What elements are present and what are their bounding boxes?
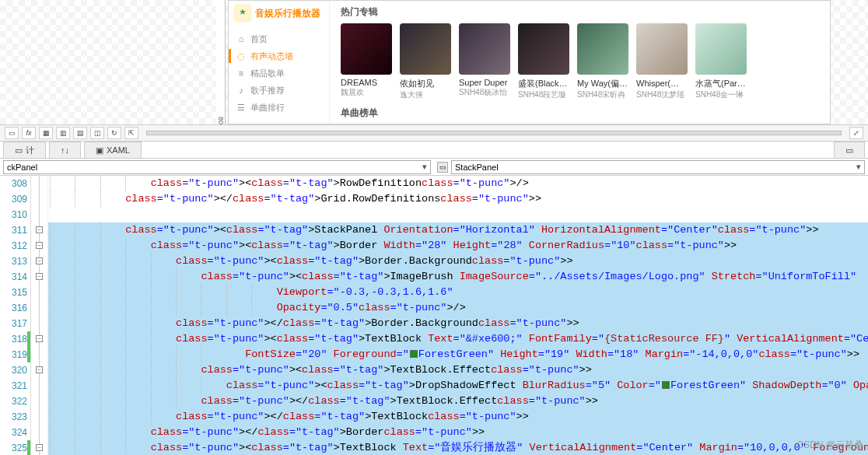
album-name: Super Duper — [459, 78, 510, 87]
code-line[interactable]: Viewport="-0.3,-0.3,1.6,1.6" — [48, 285, 868, 300]
album-card[interactable]: 盛装(Black Out) SNH48段艺璇 — [518, 23, 569, 100]
element-path-left[interactable]: ckPanel ▾ — [3, 160, 431, 174]
code-line[interactable]: class="t-punc"></class="t-tag">Border.Ba… — [48, 316, 868, 331]
line-number: 319 — [0, 347, 27, 362]
line-number-gutter: 3083093103113123133143153163173183193203… — [0, 176, 31, 455]
preview-content: 热门专辑 DREAMS 魏晨欢 依如初见 逸大侠 Super Duper SNH… — [338, 1, 830, 124]
album-artist: 逸大侠 — [400, 89, 451, 100]
menu-label: 歌手推荐 — [250, 85, 285, 96]
line-number: 312 — [0, 238, 27, 254]
sync-icon: ↑↓ — [61, 145, 69, 155]
zoom-slider[interactable] — [146, 131, 842, 135]
code-line[interactable]: class="t-punc"></class="t-tag">Grid.RowD… — [48, 191, 868, 207]
xaml-icon: ▣ — [96, 145, 103, 156]
code-line[interactable]: class="t-punc"><class="t-tag">Border Wid… — [48, 238, 868, 254]
album-cover — [459, 23, 510, 75]
code-line[interactable]: class="t-punc"></class="t-tag">TextBlock… — [48, 394, 868, 409]
tab-xaml[interactable]: ▣ XAML — [84, 142, 142, 158]
album-artist: SNH48金一琳 — [695, 89, 747, 100]
code-line[interactable]: class="t-punc"><class="t-tag">RowDefinit… — [48, 176, 868, 191]
sidebar-item[interactable]: ≡精品歌单 — [229, 65, 329, 82]
album-cover — [636, 23, 688, 75]
code-line[interactable]: class="t-punc"><class="t-tag">TextBlock … — [48, 331, 868, 347]
menu-icon: ≡ — [236, 68, 246, 78]
code-line[interactable]: class="t-punc"><class="t-tag">ImageBrush… — [48, 269, 868, 285]
code-line[interactable]: class="t-punc"><class="t-tag">DropShadow… — [48, 378, 868, 394]
tool-refresh[interactable]: ↻ — [107, 127, 121, 139]
code-line[interactable]: FontSize="20" Foreground="ForestGreen" H… — [48, 347, 868, 362]
line-number: 309 — [0, 191, 27, 207]
code-line[interactable] — [48, 207, 868, 222]
tool-pointer[interactable]: ▭ — [5, 127, 19, 139]
album-artist: SNH48杨冰怡 — [459, 87, 510, 98]
code-editor[interactable]: 3083093103113123133143153163173183193203… — [0, 176, 868, 455]
sidebar-item[interactable]: ♪歌手推荐 — [229, 82, 329, 99]
fold-toggle[interactable]: − — [36, 366, 43, 373]
tool-grid1[interactable]: ▦ — [39, 127, 53, 139]
element-type-icon[interactable]: ▭ — [437, 162, 448, 173]
album-card[interactable]: My Way(偏执) SNH48宋昕冉 — [577, 23, 628, 100]
chevron-down-icon: ▾ — [856, 162, 861, 172]
fold-toggle[interactable]: − — [36, 242, 43, 249]
code-line[interactable]: class="t-punc"><class="t-tag">TextBlock.… — [48, 362, 868, 378]
sidebar-item[interactable]: ☰单曲排行 — [229, 99, 329, 116]
code-line[interactable]: class="t-punc"><class="t-tag">StackPanel… — [48, 222, 868, 238]
code-line[interactable]: class="t-punc"></class="t-tag">TextBlock… — [48, 409, 868, 425]
album-card[interactable]: Whisper(耳语者) SNH48沈梦瑶 — [636, 23, 688, 100]
zoom-fit[interactable]: ⤢ — [849, 127, 863, 139]
album-card[interactable]: 依如初见 逸大侠 — [400, 23, 451, 100]
menu-label: 有声动态墙 — [250, 51, 293, 62]
album-cover — [400, 23, 451, 75]
fold-toggle[interactable]: − — [36, 444, 43, 451]
element-path-right-text: StackPanel — [455, 163, 499, 172]
menu-icon: ⌂ — [236, 34, 246, 44]
line-number: 324 — [0, 425, 27, 440]
tool-grid2[interactable]: ▥ — [56, 127, 70, 139]
code-content[interactable]: class="t-punc"><class="t-tag">RowDefinit… — [48, 176, 868, 455]
line-number: 322 — [0, 394, 27, 409]
tool-popout[interactable]: ⇱ — [124, 127, 138, 139]
album-card[interactable]: Super Duper SNH48杨冰怡 — [459, 23, 510, 100]
album-card[interactable]: DREAMS 魏晨欢 — [341, 23, 392, 100]
line-number: 323 — [0, 409, 27, 425]
fold-toggle[interactable]: − — [36, 257, 43, 264]
tool-bounds[interactable]: ◫ — [90, 127, 104, 139]
fold-toggle[interactable]: − — [36, 273, 43, 280]
albums-row: DREAMS 魏晨欢 依如初见 逸大侠 Super Duper SNH48杨冰怡… — [341, 23, 827, 100]
element-path-left-text: ckPanel — [7, 163, 37, 172]
designer-canvas[interactable]: 80 音娱乐行播放器 ⌂首页◌有声动态墙≡精品歌单♪歌手推荐☰单曲排行 热门专辑… — [0, 0, 868, 124]
code-line[interactable]: class="t-punc"><class="t-tag">TextBlock … — [48, 440, 868, 455]
album-cover — [577, 23, 628, 75]
line-number: 321 — [0, 378, 27, 394]
folding-column[interactable]: −−−−−−− — [31, 176, 48, 455]
code-line[interactable]: class="t-punc"></class="t-tag">Bordercla… — [48, 425, 868, 440]
preview-sidebar: 音娱乐行播放器 ⌂首页◌有声动态墙≡精品歌单♪歌手推荐☰单曲排行 — [229, 1, 330, 124]
tab-design[interactable]: ▭ 计 — [3, 142, 46, 158]
sidebar-item[interactable]: ◌有声动态墙 — [229, 47, 329, 65]
album-card[interactable]: 水蒸气(Paradise) SNH48金一琳 — [695, 23, 747, 100]
fold-toggle[interactable]: − — [36, 335, 43, 342]
fold-toggle[interactable]: − — [36, 226, 43, 233]
album-artist: SNH48段艺璇 — [518, 89, 569, 100]
code-line[interactable]: Opacity="0.5"class="t-punc">/> — [48, 300, 868, 316]
tool-fx[interactable]: fx — [22, 127, 36, 139]
tab-popout-right[interactable]: ▭ — [834, 142, 865, 158]
app-title: 音娱乐行播放器 — [255, 7, 320, 20]
menu-label: 首页 — [250, 33, 268, 45]
album-artist: SNH48宋昕冉 — [577, 89, 628, 100]
section-song-chart: 单曲榜单 — [341, 107, 827, 120]
code-line[interactable]: class="t-punc"><class="t-tag">Border.Bac… — [48, 254, 868, 269]
album-name: 水蒸气(Paradise) — [695, 78, 747, 89]
element-path-right[interactable]: StackPanel ▾ — [451, 160, 865, 174]
tab-sync[interactable]: ↑↓ — [49, 142, 81, 158]
line-number: 313 — [0, 254, 27, 269]
tool-grid3[interactable]: ▤ — [73, 127, 87, 139]
app-logo-icon — [233, 4, 252, 23]
sidebar-item[interactable]: ⌂首页 — [229, 30, 329, 47]
tab-xaml-label: XAML — [107, 145, 130, 155]
line-number: 314 — [0, 269, 27, 285]
popout-icon: ▭ — [845, 145, 853, 156]
album-name: My Way(偏执) — [577, 78, 628, 89]
section-hot-albums: 热门专辑 — [341, 5, 827, 19]
color-swatch-forestgreen — [410, 350, 418, 358]
